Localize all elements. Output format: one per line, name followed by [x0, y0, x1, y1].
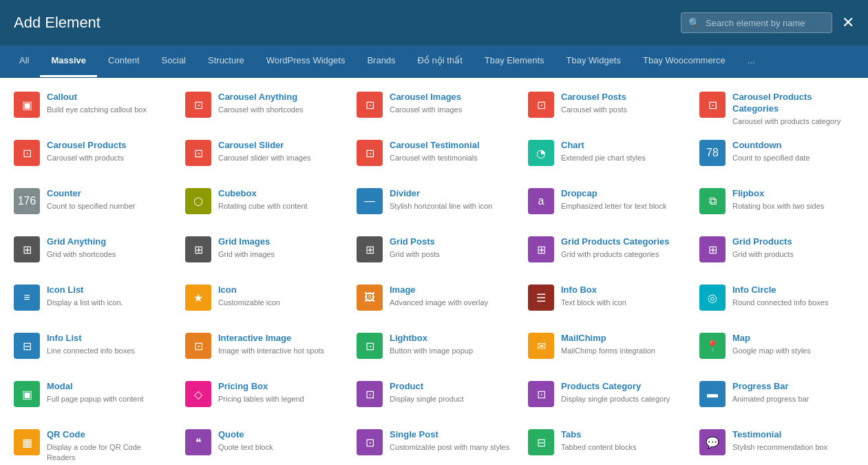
image-name: Image — [390, 285, 511, 296]
chart-icon: ◔ — [528, 140, 554, 166]
icon-icon: ★ — [185, 285, 211, 311]
carousel-testimonial-icon: ⊡ — [357, 140, 383, 166]
element-item-pricing-box[interactable]: ◇Pricing BoxPricing tables with legend — [177, 374, 348, 422]
info-list-name: Info List — [47, 333, 169, 344]
icon-list-desc: Display a list with icon. — [47, 298, 169, 308]
grid-products-icon: ⊞ — [699, 236, 726, 262]
element-item-grid-products-categories[interactable]: ⊞Grid Products CategoriesGrid with produ… — [520, 229, 691, 278]
element-item-lightbox[interactable]: ⊡LightboxButton with image popup — [348, 326, 520, 374]
tab-more[interactable]: ... — [737, 45, 766, 77]
close-button[interactable]: ✕ — [842, 15, 854, 30]
element-item-info-circle[interactable]: ◎Info CircleRound connected info boxes — [691, 278, 862, 326]
element-item-chart[interactable]: ◔ChartExtended pie chart styles — [520, 133, 691, 181]
info-circle-icon: ◎ — [699, 285, 726, 311]
element-item-grid-images[interactable]: ⊞Grid ImagesGrid with images — [177, 229, 348, 278]
tabs-icon: ⊟ — [528, 429, 554, 455]
dropcap-name: Dropcap — [561, 188, 683, 200]
add-element-modal: Add Element 🔍 ✕ AllMassiveContentSocialS… — [0, 0, 868, 465]
tab-all[interactable]: All — [8, 45, 40, 77]
flipbox-desc: Rotating box with two sides — [732, 201, 854, 211]
carousel-posts-desc: Carousel with posts — [561, 105, 683, 115]
tab-massive[interactable]: Massive — [40, 45, 97, 77]
element-item-counter[interactable]: 176CounterCount to specified number — [6, 181, 177, 229]
element-item-qr-code[interactable]: ▦QR CodeDisplay a code for QR Code Reade… — [6, 422, 177, 465]
interactive-image-icon: ⊡ — [185, 333, 211, 359]
carousel-images-icon: ⊡ — [357, 92, 383, 118]
element-item-progress-bar[interactable]: ▬Progress BarAnimated progress bar — [691, 374, 862, 422]
tab-wordpress[interactable]: WordPress Widgets — [255, 45, 357, 77]
element-item-divider[interactable]: —DividerStylish horizontal line with ico… — [348, 181, 520, 229]
info-box-name: Info Box — [561, 285, 683, 296]
progress-bar-icon: ▬ — [699, 381, 726, 407]
element-item-icon[interactable]: ★IconCustomizable icon — [177, 278, 348, 326]
element-item-map[interactable]: 📍MapGoogle map with styles — [691, 326, 862, 374]
tab-structure[interactable]: Structure — [197, 45, 255, 77]
element-item-carousel-slider[interactable]: ⊡Carousel SliderCarousel slider with ima… — [177, 133, 348, 181]
tabs-name: Tabs — [561, 429, 683, 441]
element-item-testimonial[interactable]: 💬TestimonialStylish recommendation box — [691, 422, 862, 465]
element-item-product[interactable]: ⊡ProductDisplay single product — [348, 374, 520, 422]
element-item-info-list[interactable]: ⊟Info ListLine connected info boxes — [6, 326, 177, 374]
carousel-posts-name: Carousel Posts — [561, 92, 683, 103]
tab-brands[interactable]: Brands — [356, 45, 406, 77]
grid-anything-icon: ⊞ — [14, 236, 40, 262]
carousel-products-categories-icon: ⊡ — [699, 92, 726, 118]
tab-donoithat[interactable]: Đồ nội thất — [407, 45, 474, 77]
carousel-products-icon: ⊡ — [14, 140, 40, 166]
element-item-quote[interactable]: ❝QuoteQuote text block — [177, 422, 348, 465]
element-item-countdown[interactable]: 78CountdownCount to specified date — [691, 133, 862, 181]
progress-bar-desc: Animated progress bar — [732, 394, 854, 404]
element-item-modal[interactable]: ▣ModalFull page popup with content — [6, 374, 177, 422]
tab-social[interactable]: Social — [151, 45, 197, 77]
element-item-tabs[interactable]: ⊟TabsTabbed content blocks — [520, 422, 691, 465]
product-name: Product — [390, 381, 511, 393]
element-item-carousel-anything[interactable]: ⊡Carousel AnythingCarousel with shortcod… — [177, 85, 348, 133]
element-item-products-category[interactable]: ⊡Products CategoryDisplay single product… — [520, 374, 691, 422]
lightbox-name: Lightbox — [390, 333, 511, 344]
element-item-image[interactable]: 🖼ImageAdvanced image with overlay — [348, 278, 520, 326]
icon-desc: Customizable icon — [218, 298, 340, 308]
modal-name: Modal — [47, 381, 169, 393]
search-box[interactable]: 🔍 — [681, 12, 832, 33]
lightbox-icon: ⊡ — [357, 333, 383, 359]
element-item-callout[interactable]: ▣CalloutBuild eye catching callout box — [6, 85, 177, 133]
single-post-desc: Customizable post with many styles — [390, 442, 511, 453]
element-item-carousel-images[interactable]: ⊡Carousel ImagesCarousel with images — [348, 85, 520, 133]
flipbox-icon: ⧉ — [699, 188, 726, 214]
callout-desc: Build eye catching callout box — [47, 105, 169, 115]
info-list-icon: ⊟ — [14, 333, 40, 359]
tab-tbay[interactable]: Tbay Elements — [474, 45, 555, 77]
content-area: ▣CalloutBuild eye catching callout box⊡C… — [0, 78, 868, 465]
element-item-single-post[interactable]: ⊡Single PostCustomizable post with many … — [348, 422, 520, 465]
element-item-carousel-posts[interactable]: ⊡Carousel PostsCarousel with posts — [520, 85, 691, 133]
counter-desc: Count to specified number — [47, 201, 169, 211]
grid-images-icon: ⊞ — [185, 236, 211, 262]
element-item-grid-products[interactable]: ⊞Grid ProductsGrid with products — [691, 229, 862, 278]
grid-anything-desc: Grid with shortcodes — [47, 249, 169, 260]
element-item-icon-list[interactable]: ≡Icon ListDisplay a list with icon. — [6, 278, 177, 326]
element-item-mailchimp[interactable]: ✉MailChimpMailChimp forms integration — [520, 326, 691, 374]
carousel-anything-name: Carousel Anything — [218, 92, 340, 103]
element-item-info-box[interactable]: ☰Info BoxText block with icon — [520, 278, 691, 326]
element-item-carousel-testimonial[interactable]: ⊡Carousel TestimonialCarousel with testi… — [348, 133, 520, 181]
tab-content[interactable]: Content — [97, 45, 151, 77]
qr-code-desc: Display a code for QR Code Readers — [47, 442, 169, 464]
tab-tbay-woo[interactable]: Tbay Woocommerce — [632, 45, 737, 77]
element-item-carousel-products[interactable]: ⊡Carousel ProductsCarousel with products — [6, 133, 177, 181]
element-item-cubebox[interactable]: ⬡CubeboxRotating cube with content — [177, 181, 348, 229]
callout-icon: ▣ — [14, 92, 40, 118]
element-item-interactive-image[interactable]: ⊡Interactive ImageImage with interactive… — [177, 326, 348, 374]
element-item-grid-anything[interactable]: ⊞Grid AnythingGrid with shortcodes — [6, 229, 177, 278]
element-item-carousel-products-categories[interactable]: ⊡Carousel Products CategoriesCarousel wi… — [691, 85, 862, 133]
testimonial-icon: 💬 — [699, 429, 726, 455]
testimonial-name: Testimonial — [732, 429, 854, 441]
tab-tbay-widgets[interactable]: Tbay Widgets — [555, 45, 632, 77]
element-item-flipbox[interactable]: ⧉FlipboxRotating box with two sides — [691, 181, 862, 229]
search-input[interactable] — [706, 18, 825, 28]
element-item-grid-posts[interactable]: ⊞Grid PostsGrid with posts — [348, 229, 520, 278]
info-list-desc: Line connected info boxes — [47, 346, 169, 356]
element-item-dropcap[interactable]: aDropcapEmphasized letter for text block — [520, 181, 691, 229]
map-icon: 📍 — [699, 333, 726, 359]
grid-posts-name: Grid Posts — [390, 236, 511, 248]
grid-products-categories-name: Grid Products Categories — [561, 236, 683, 248]
